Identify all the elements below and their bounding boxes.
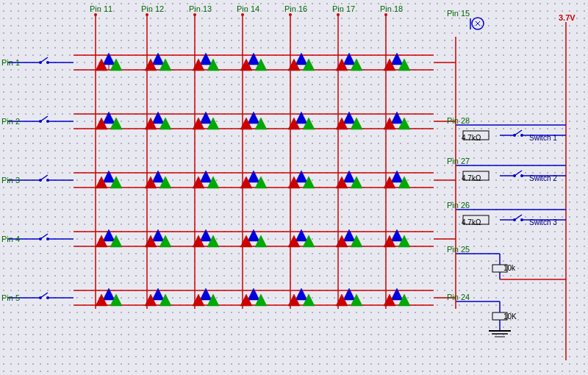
- voltage-label: 3.7V: [559, 13, 576, 22]
- svg-point-131: [39, 120, 42, 123]
- pin27-label: Pin 27: [447, 157, 470, 165]
- switch3-label: Switch 3: [529, 218, 557, 226]
- pin16-label: Pin 16: [284, 4, 307, 13]
- pin11-label: Pin 11: [90, 4, 112, 13]
- pin1-label: Pin 1: [1, 58, 20, 67]
- svg-point-173: [513, 174, 516, 177]
- svg-point-154: [384, 13, 387, 16]
- svg-point-132: [46, 120, 49, 123]
- pin15-label: Pin 15: [447, 9, 470, 18]
- svg-point-126: [39, 61, 42, 64]
- pin3-label: Pin 3: [1, 176, 20, 185]
- svg-point-142: [46, 238, 49, 240]
- svg-point-148: [94, 13, 97, 16]
- svg-point-166: [520, 134, 523, 137]
- r1-value: 4.7kΩ: [462, 134, 481, 142]
- pin14-label: Pin 14: [237, 4, 259, 13]
- svg-point-153: [337, 13, 340, 16]
- svg-point-149: [146, 13, 148, 16]
- svg-point-146: [39, 296, 42, 299]
- pin4-label: Pin 4: [1, 235, 20, 243]
- svg-point-165: [513, 134, 516, 137]
- pin18-label: Pin 18: [380, 4, 403, 13]
- pin24-label: Pin 24: [447, 293, 470, 301]
- pin2-label: Pin 2: [1, 117, 20, 126]
- svg-point-182: [520, 218, 523, 221]
- pin5-label: Pin 5: [1, 293, 20, 302]
- r2-value: 4.7kΩ: [462, 174, 481, 182]
- r5-value: 10K: [503, 312, 517, 321]
- schematic-canvas: Pin 11 Pin 12 Pin 13 Pin 14 Pin 16 Pin 1…: [0, 0, 588, 375]
- svg-point-151: [241, 13, 244, 16]
- svg-point-137: [46, 179, 49, 182]
- svg-point-150: [193, 13, 196, 16]
- svg-point-127: [46, 61, 49, 64]
- pin12-label: Pin 12: [141, 4, 164, 13]
- r4-value: 10k: [503, 264, 516, 272]
- r3-value: 4.7kΩ: [462, 218, 481, 226]
- pin26-label: Pin 26: [447, 201, 470, 210]
- pin25-label: Pin 25: [447, 245, 470, 254]
- svg-point-152: [289, 13, 292, 16]
- switch1-label: Switch 1: [529, 134, 557, 142]
- svg-point-147: [46, 296, 49, 299]
- svg-point-174: [520, 174, 523, 177]
- svg-point-141: [39, 238, 42, 240]
- svg-point-136: [39, 179, 42, 182]
- switch2-label: Switch 2: [529, 174, 557, 182]
- pin28-label: Pin 28: [447, 116, 470, 125]
- svg-point-181: [513, 218, 516, 221]
- pin13-label: Pin 13: [189, 4, 212, 13]
- pin17-label: Pin 17: [332, 4, 355, 13]
